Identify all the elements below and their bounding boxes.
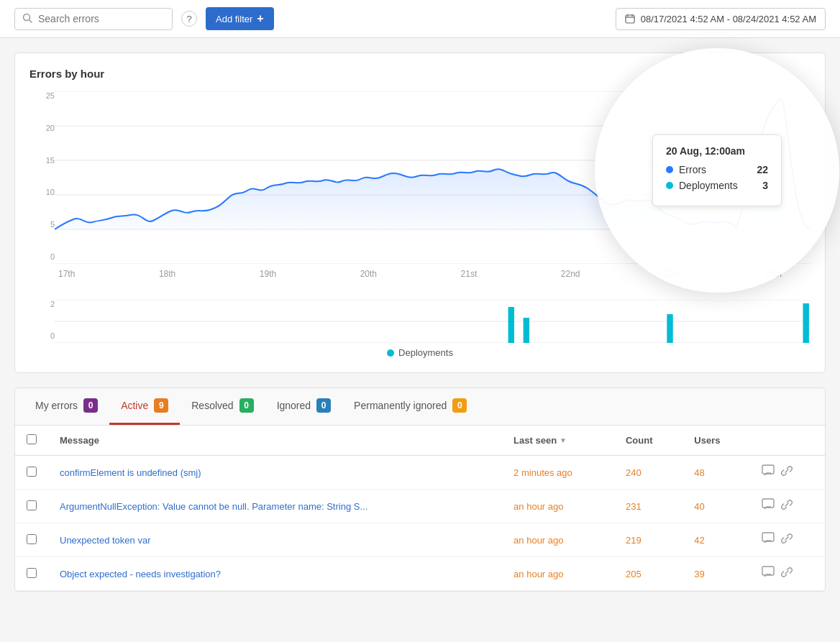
svg-rect-17 [667, 314, 672, 343]
y-label-15: 15 [29, 156, 55, 165]
tab-permanently-ignored-label: Permanently ignored [354, 400, 447, 411]
error-link-0[interactable]: confirmElement is undefined (smj) [60, 467, 201, 478]
x-label-17: 17th [58, 269, 75, 279]
row-users-cell: 40 [682, 490, 749, 523]
main-content: Errors by hour 25 20 15 10 5 0 [0, 38, 840, 606]
deployments-svg [55, 300, 811, 343]
row-count-2: 219 [626, 535, 642, 546]
svg-rect-20 [762, 499, 774, 508]
row-checkbox-1[interactable] [27, 500, 37, 510]
row-last-seen-2: an hour ago [513, 535, 563, 546]
svg-rect-19 [762, 465, 774, 474]
deploy-legend-dot [387, 349, 394, 357]
x-axis: 17th 18th 19th 20th 21st 22nd 23rd 24th [29, 266, 811, 279]
y-label-10: 10 [29, 188, 55, 196]
col-count: Count [614, 426, 682, 456]
x-label-24: 24th [765, 269, 782, 279]
row-last-seen-0: 2 minutes ago [513, 467, 572, 478]
row-message-cell: Unexpected token var [48, 523, 502, 557]
date-range-label: 08/17/2021 4:52 AM - 08/24/2021 4:52 AM [641, 14, 816, 24]
row-count-cell: 240 [614, 456, 682, 490]
link-icon-1[interactable] [780, 498, 793, 514]
add-filter-button[interactable]: Add filter + [206, 7, 274, 30]
error-link-2[interactable]: Unexpected token var [60, 535, 150, 546]
table-row: ArgumentNullException: Value cannot be n… [15, 490, 825, 523]
link-icon-0[interactable] [780, 464, 793, 480]
deployments-chart: 2 0 [29, 300, 811, 343]
col-last-seen[interactable]: Last seen ▼ [502, 426, 614, 456]
svg-rect-2 [626, 15, 634, 23]
link-icon-3[interactable] [780, 566, 793, 582]
x-label-20: 20th [360, 269, 377, 279]
y-label-5: 5 [29, 220, 55, 229]
row-checkbox-2[interactable] [27, 534, 37, 544]
x-label-22: 22nd [561, 269, 580, 279]
table-row: Object expected - needs investigation? a… [15, 557, 825, 591]
row-users-cell: 42 [682, 523, 749, 557]
comment-icon-1[interactable] [762, 498, 775, 514]
row-checkbox-cell [15, 557, 48, 591]
x-label-21: 21st [461, 269, 478, 279]
row-users-2: 42 [694, 535, 704, 546]
tab-resolved[interactable]: Resolved 0 [180, 388, 265, 425]
col-users: Users [682, 426, 749, 456]
row-last-seen-cell: an hour ago [502, 523, 614, 557]
tabs-header: My errors 0 Active 9 Resolved 0 Ignored … [15, 388, 825, 426]
row-checkbox-cell [15, 523, 48, 557]
row-actions-cell [750, 490, 825, 523]
y-label-25: 25 [29, 91, 55, 100]
help-button[interactable]: ? [181, 11, 197, 27]
row-message-cell: Object expected - needs investigation? [48, 557, 502, 591]
row-actions-cell [750, 557, 825, 591]
tab-ignored-label: Ignored [277, 400, 311, 411]
row-users-3: 39 [694, 569, 704, 579]
row-checkbox-cell [15, 456, 48, 490]
tab-active[interactable]: Active 9 [109, 388, 180, 425]
error-link-1[interactable]: ArgumentNullException: Value cannot be n… [60, 501, 368, 512]
row-count-cell: 205 [614, 557, 682, 591]
svg-rect-16 [524, 318, 529, 343]
table-row: Unexpected token var an hour ago 219 42 [15, 523, 825, 557]
date-range-picker[interactable]: 08/17/2021 4:52 AM - 08/24/2021 4:52 AM [616, 8, 826, 30]
col-checkbox [15, 426, 48, 456]
tab-permanently-ignored[interactable]: Permanently ignored 0 [342, 388, 478, 425]
tab-my-errors[interactable]: My errors 0 [24, 388, 109, 425]
search-input[interactable] [38, 13, 165, 24]
tabs-container: My errors 0 Active 9 Resolved 0 Ignored … [14, 388, 826, 592]
row-checkbox-0[interactable] [27, 467, 37, 477]
table-row: confirmElement is undefined (smj) 2 minu… [15, 456, 825, 490]
deploy-legend-label: Deployments [398, 347, 453, 358]
chart-container: Errors by hour 25 20 15 10 5 0 [14, 52, 826, 373]
comment-icon-0[interactable] [762, 464, 775, 480]
tab-my-errors-label: My errors [35, 400, 78, 411]
row-message-cell: confirmElement is undefined (smj) [48, 456, 502, 490]
tab-active-label: Active [121, 400, 148, 411]
search-icon [22, 13, 32, 25]
row-message-cell: ArgumentNullException: Value cannot be n… [48, 490, 502, 523]
calendar-icon [625, 14, 635, 24]
row-last-seen-1: an hour ago [513, 501, 563, 512]
link-icon-2[interactable] [780, 532, 793, 548]
row-count-cell: 231 [614, 490, 682, 523]
row-count-1: 231 [626, 501, 642, 512]
error-link-3[interactable]: Object expected - needs investigation? [60, 569, 221, 579]
row-last-seen-cell: an hour ago [502, 557, 614, 591]
select-all-checkbox[interactable] [27, 434, 37, 444]
comment-icon-2[interactable] [762, 532, 775, 548]
tab-resolved-label: Resolved [191, 400, 233, 411]
comment-icon-3[interactable] [762, 566, 775, 582]
row-last-seen-3: an hour ago [513, 569, 563, 579]
row-checkbox-cell [15, 490, 48, 523]
tab-resolved-badge: 0 [239, 398, 254, 413]
row-users-cell: 48 [682, 456, 749, 490]
row-users-1: 40 [694, 501, 704, 512]
x-label-18: 18th [159, 269, 175, 279]
row-actions-cell [750, 456, 825, 490]
svg-rect-21 [762, 533, 774, 541]
tab-ignored[interactable]: Ignored 0 [265, 388, 342, 425]
row-checkbox-3[interactable] [27, 568, 37, 578]
row-count-0: 240 [626, 467, 642, 478]
chart-area: 25 20 15 10 5 0 [29, 91, 811, 293]
row-count-3: 205 [626, 569, 642, 579]
tab-active-badge: 9 [154, 398, 168, 413]
